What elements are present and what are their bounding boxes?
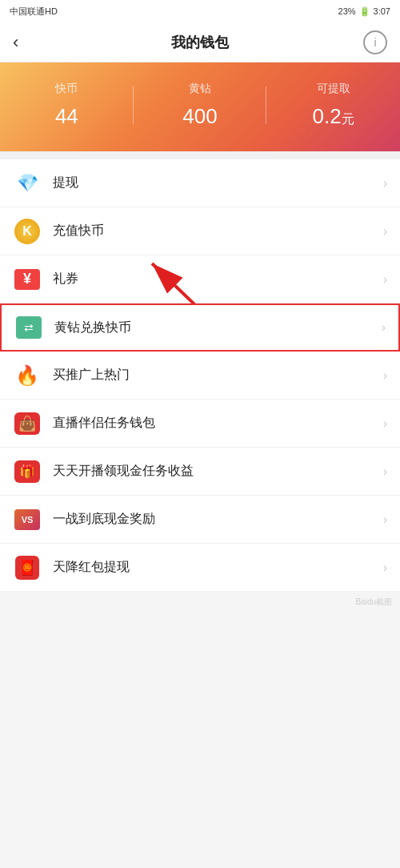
header: ‹ 我的钱包 i: [0, 22, 400, 62]
arrow-icon-recharge: ›: [383, 224, 387, 239]
menu-item-red-packet[interactable]: 🧧 天降红包提现 ›: [0, 544, 400, 592]
clock: 3:07: [374, 6, 390, 16]
exchange-icon: ⇄: [14, 313, 43, 342]
partner-icon: 👜: [13, 409, 42, 438]
menu-label-battle: 一战到底现金奖励: [53, 511, 383, 528]
diamond-icon: 💎: [13, 169, 42, 198]
huangzuan-value: 400: [134, 104, 267, 129]
back-button[interactable]: ‹: [13, 32, 37, 53]
arrow-icon-promote: ›: [383, 368, 387, 383]
menu-item-daily[interactable]: 🎁 天天开播领现金任务收益 ›: [0, 448, 400, 496]
info-button[interactable]: i: [363, 30, 387, 54]
vs-icon: VS: [13, 505, 42, 534]
daily-icon: 🎁: [13, 457, 42, 486]
menu-label-red-packet: 天降红包提现: [53, 559, 383, 576]
red-packet-icon: 🧧: [13, 553, 42, 582]
menu-item-battle[interactable]: VS 一战到底现金奖励 ›: [0, 496, 400, 544]
menu-item-coupon[interactable]: ¥ 礼券 ›: [0, 255, 400, 303]
carrier-info: 中国联通HD: [10, 6, 58, 18]
menu-item-withdraw[interactable]: 💎 提现 ›: [0, 159, 400, 207]
time-battery: 23% 🔋 3:07: [338, 6, 390, 17]
fire-icon: 🔥: [13, 361, 42, 390]
menu-label-partner: 直播伴侣任务钱包: [53, 415, 383, 432]
menu-item-partner[interactable]: 👜 直播伴侣任务钱包 ›: [0, 400, 400, 448]
arrow-icon-daily: ›: [383, 464, 387, 479]
status-bar: 中国联通HD 23% 🔋 3:07: [0, 0, 400, 22]
wallet-stat-huangzuan: 黄钻 400: [134, 82, 267, 129]
menu-item-recharge[interactable]: K 充值快币 ›: [0, 207, 400, 255]
wallet-stat-kuaib: 快币 44: [0, 82, 134, 129]
wallet-stat-withdrawable: 可提取 0.2元: [266, 82, 400, 129]
kuaib-label: 快币: [0, 82, 134, 96]
huangzuan-label: 黄钻: [134, 82, 267, 96]
page-title: 我的钱包: [171, 33, 229, 52]
arrow-icon-partner: ›: [383, 416, 387, 431]
menu-item-promote[interactable]: 🔥 买推广上热门 ›: [0, 352, 400, 400]
menu-label-promote: 买推广上热门: [53, 367, 383, 384]
menu-label-coupon: 礼券: [53, 271, 383, 287]
menu-label-exchange: 黄钻兑换快币: [54, 319, 382, 336]
arrow-icon-battle: ›: [383, 512, 387, 527]
menu-label-withdraw: 提现: [53, 175, 383, 191]
withdrawable-label: 可提取: [266, 82, 400, 96]
menu-label-recharge: 充值快币: [53, 223, 383, 239]
menu-item-exchange[interactable]: ⇄ 黄钻兑换快币 ›: [0, 303, 400, 352]
coupon-icon: ¥: [13, 265, 42, 294]
arrow-icon-coupon: ›: [383, 272, 387, 287]
menu-list: 💎 提现 › K 充值快币 › ¥ 礼券 › ⇄ 黄钻兑换快币 ›: [0, 159, 400, 592]
withdrawable-value: 0.2元: [266, 104, 400, 129]
watermark: Baidu截图: [0, 592, 400, 613]
menu-label-daily: 天天开播领现金任务收益: [53, 463, 383, 480]
section-divider: [0, 151, 400, 159]
k-icon: K: [13, 217, 42, 246]
battery-icon: 🔋: [359, 6, 370, 17]
arrow-icon-exchange: ›: [382, 320, 386, 335]
arrow-icon-red-packet: ›: [383, 561, 387, 575]
wallet-banner: 快币 44 黄钻 400 可提取 0.2元: [0, 62, 400, 151]
kuaib-value: 44: [0, 104, 134, 129]
battery-level: 23%: [338, 6, 356, 16]
arrow-icon-withdraw: ›: [383, 176, 387, 191]
